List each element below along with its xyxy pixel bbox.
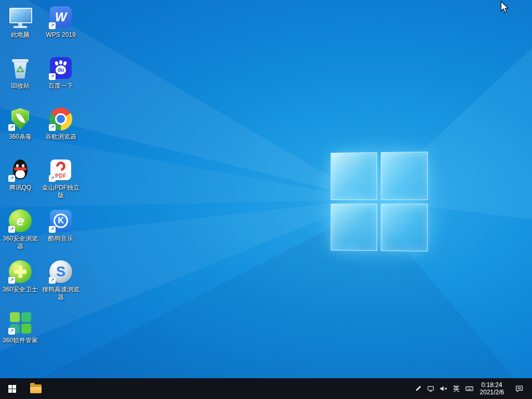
penguin-scarf <box>14 167 26 170</box>
touch-keyboard-icon[interactable] <box>463 378 475 399</box>
desktop-icon-label: 360安全卫士 <box>3 286 38 294</box>
system-tray: 英 0:18:24 2021/2/6 <box>412 378 532 399</box>
desktop-icon-chrome[interactable]: 谷歌浏览器 <box>41 104 81 155</box>
taskbar-left <box>0 378 48 399</box>
desktop-icon-wps-2019[interactable]: W WPS 2019 <box>41 2 81 53</box>
desktop-icon-360-safe-guard[interactable]: 360安全卫士 <box>0 257 41 308</box>
shortcut-arrow-overlay <box>49 124 56 131</box>
desktop-icon-label: 百度一下 <box>48 82 73 90</box>
taskbar: 英 0:18:24 2021/2/6 <box>0 378 532 399</box>
file-explorer-icon <box>30 384 42 393</box>
windows-logo-pane <box>380 204 428 252</box>
shortcut-arrow-overlay <box>49 175 56 182</box>
kingsoft-pdf-icon: PDF <box>48 157 73 182</box>
kugou-music-icon: K <box>48 208 73 233</box>
shortcut-arrow-overlay <box>49 226 56 233</box>
desktop-icon-label: 360安全浏览器 <box>1 235 40 250</box>
ime-indicator[interactable]: 英 <box>449 378 463 399</box>
windows-logo-pane <box>331 152 377 200</box>
desktop-icon-label: 谷歌浏览器 <box>45 133 76 141</box>
desktop-icon-label: 酷狗音乐 <box>48 235 73 243</box>
360-antivirus-icon <box>8 107 33 131</box>
desktop-icon-label: 360杀毒 <box>9 133 32 141</box>
shortcut-arrow-overlay <box>49 22 56 29</box>
desktop-icon-this-pc[interactable]: 此电脑 <box>0 2 41 53</box>
desktop-icon-360-software-manager[interactable]: 360软件管家 <box>0 308 41 358</box>
desktop-icon-sogou-browser[interactable]: S 搜狗高速浏览器 <box>41 257 81 308</box>
windows-logo-pane <box>380 152 428 200</box>
wps-icon: W <box>48 5 73 30</box>
desktop-icon-label: 金山PDF独立版 <box>41 184 81 200</box>
recycle-bin-icon <box>8 56 33 81</box>
tile-shape <box>10 312 20 322</box>
shortcut-arrow-overlay <box>8 124 15 131</box>
shortcut-arrow-overlay <box>8 175 15 182</box>
desktop-icon-label: 此电脑 <box>11 31 30 39</box>
icon-shape <box>9 8 32 23</box>
icon-letter: du <box>58 67 64 73</box>
volume-muted-icon[interactable] <box>437 378 449 399</box>
plus-shape <box>14 270 26 274</box>
shortcut-arrow-overlay <box>49 73 56 80</box>
paw-pad: du <box>56 65 66 74</box>
shortcut-arrow-overlay <box>8 328 15 335</box>
desktop-icon-360-antivirus[interactable]: 360杀毒 <box>0 104 41 155</box>
recycle-symbol <box>15 65 25 75</box>
penguin-belly <box>16 170 25 178</box>
desktop-icon-kugou-music[interactable]: K 酷狗音乐 <box>41 206 81 257</box>
windows-start-icon <box>8 385 16 393</box>
desktop-icon-recycle-bin[interactable]: 回收站 <box>0 53 41 104</box>
shortcut-arrow-overlay <box>8 226 15 233</box>
icon-shape <box>12 59 29 62</box>
paw-toe <box>59 60 62 64</box>
windows-logo-pane <box>331 203 377 250</box>
tile-shape <box>21 324 31 334</box>
this-pc-icon <box>8 5 33 30</box>
desktop-icon-360-secure-browser[interactable]: e 360安全浏览器 <box>0 206 41 257</box>
desktop-icon-tencent-qq[interactable]: 腾讯QQ <box>0 155 41 206</box>
desktop-icon-label: 360软件管家 <box>3 337 38 344</box>
360-secure-browser-icon: e <box>8 208 33 233</box>
chrome-blue-core <box>57 115 65 123</box>
desktop-icon-kingsoft-pdf[interactable]: PDF 金山PDF独立版 <box>41 155 81 206</box>
shortcut-arrow-overlay <box>49 277 56 284</box>
taskbar-clock[interactable]: 0:18:24 2021/2/6 <box>475 378 508 399</box>
windows-logo <box>331 152 428 251</box>
tile-shape <box>21 312 31 322</box>
shortcut-arrow-overlay <box>8 277 15 284</box>
desktop-icon-grid: 此电脑 回收站 360杀毒 腾讯QQ e <box>0 2 81 358</box>
clock-time: 0:18:24 <box>482 381 502 389</box>
desktop-icon-label: 腾讯QQ <box>9 184 32 192</box>
360-software-manager-icon <box>8 310 33 335</box>
desktop-icon-label: 搜狗高速浏览器 <box>41 286 81 301</box>
desktop-icon-label: 回收站 <box>11 82 30 90</box>
chrome-icon <box>48 107 73 131</box>
tencent-qq-icon <box>8 157 33 182</box>
sogou-browser-icon: S <box>48 259 73 284</box>
360-safe-guard-icon <box>8 259 33 284</box>
network-icon[interactable] <box>424 378 437 399</box>
clock-date: 2021/2/6 <box>480 389 504 396</box>
desktop-icon-baidu[interactable]: du 百度一下 <box>41 53 81 104</box>
start-button[interactable] <box>0 378 24 399</box>
windows-ink-pen-icon[interactable] <box>412 378 424 399</box>
icon-shape <box>14 26 27 28</box>
file-explorer-button[interactable] <box>24 378 48 399</box>
baidu-icon: du <box>48 56 73 81</box>
desktop-icon-label: WPS 2019 <box>46 31 75 39</box>
action-center-icon[interactable] <box>511 378 527 399</box>
